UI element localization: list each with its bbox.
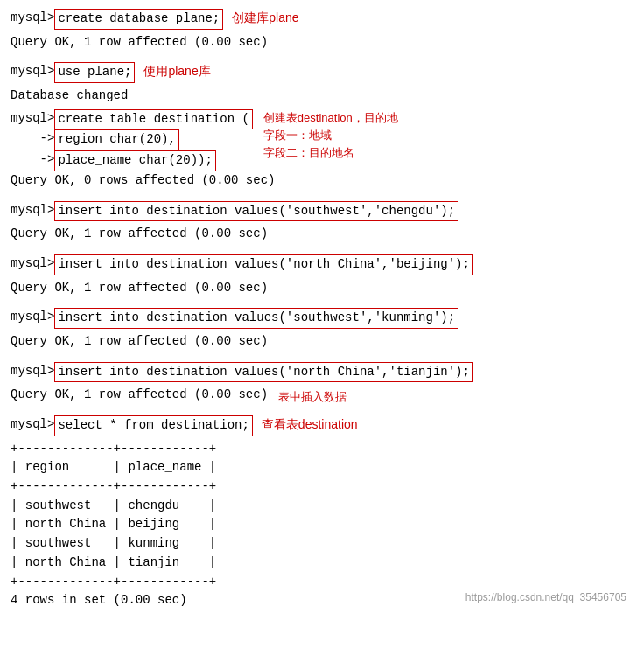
watermark: https://blog.csdn.net/qq_35456705: [466, 591, 626, 603]
table-row-3: | southwest | kunming |: [10, 534, 634, 554]
arrow-1: ->: [10, 129, 54, 149]
insert3-line: mysql> insert into destination values('s…: [10, 308, 634, 329]
create-table-cmd3: place_name char(20));: [54, 150, 215, 171]
create-table-comment3: 字段二：目的地名: [263, 144, 398, 162]
table-row-2: | north China | beijing |: [10, 515, 634, 534]
table-border-bot: +-------------+------------+: [10, 573, 634, 592]
create-db-cmd: create database plane;: [54, 9, 223, 30]
use-cmd: use plane;: [54, 62, 135, 83]
select-comment: 查看表destination: [262, 415, 358, 435]
create-table-comment2: 字段一：地域: [263, 127, 398, 144]
insert1-line: mysql> insert into destination values('s…: [10, 201, 634, 222]
insert1-output: Query OK, 1 row affected (0.00 sec): [10, 225, 634, 244]
select-cmd: select * from destination;: [54, 415, 252, 436]
insert4-cmd: insert into destination values('north Ch…: [54, 362, 472, 383]
table-border-mid: +-------------+------------+: [10, 477, 634, 497]
insert4-comment: 表中插入数据: [278, 388, 346, 406]
table-row-1: | southwest | chengdu |: [10, 497, 634, 516]
use-plane-line: mysql> use plane; 使用plane库: [10, 62, 634, 83]
create-table-cmd2: region char(20),: [54, 129, 178, 150]
insert4-line: mysql> insert into destination values('n…: [10, 362, 634, 383]
prompt-6: mysql>: [10, 308, 54, 327]
insert2-line: mysql> insert into destination values('n…: [10, 254, 634, 275]
prompt-1: mysql>: [10, 9, 54, 28]
create-db-line: mysql> create database plane; 创建库plane: [10, 9, 634, 30]
create-table-output: Query OK, 0 rows affected (0.00 sec): [10, 171, 634, 191]
create-db-output: Query OK, 1 row affected (0.00 sec): [10, 33, 634, 52]
create-table-comment1: 创建表destination，目的地: [263, 109, 398, 127]
create-db-comment: 创建库plane: [232, 9, 298, 28]
create-table-comments: 创建表destination，目的地 字段一：地域 字段二：目的地名: [263, 109, 398, 162]
prompt-8: mysql>: [10, 415, 54, 435]
prompt-4: mysql>: [10, 201, 54, 220]
table-border-top: +-------------+------------+: [10, 440, 634, 459]
prompt-5: mysql>: [10, 254, 54, 274]
create-table-block: mysql> create table destination ( -> reg…: [10, 109, 634, 191]
prompt-3: mysql>: [10, 109, 54, 129]
insert1-cmd: insert into destination values('southwes…: [54, 201, 458, 222]
select-line: mysql> select * from destination; 查看表des…: [10, 415, 634, 436]
insert3-cmd: insert into destination values('southwes…: [54, 308, 458, 329]
use-comment: 使用plane库: [144, 62, 210, 81]
arrow-2: ->: [10, 150, 54, 170]
prompt-7: mysql>: [10, 362, 54, 381]
table-row-4: | north China | tianjin |: [10, 554, 634, 573]
insert3-output: Query OK, 1 row affected (0.00 sec): [10, 332, 634, 352]
insert2-cmd: insert into destination values('north Ch…: [54, 254, 472, 275]
create-table-cmd1: create table destination (: [54, 109, 252, 130]
insert4-output: Query OK, 1 row affected (0.00 sec): [10, 386, 268, 405]
use-output: Database changed: [10, 87, 634, 106]
prompt-2: mysql>: [10, 62, 54, 81]
insert2-output: Query OK, 1 row affected (0.00 sec): [10, 279, 634, 298]
table-header: | region | place_name |: [10, 458, 634, 477]
